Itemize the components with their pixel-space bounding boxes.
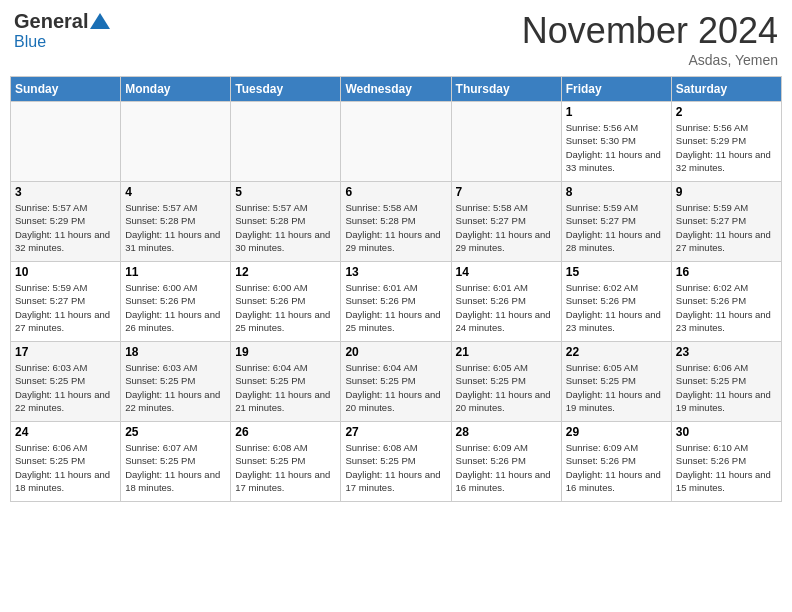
day-info: Sunrise: 6:08 AM Sunset: 5:25 PM Dayligh… <box>235 441 336 494</box>
day-number: 20 <box>345 345 446 359</box>
calendar-day-cell: 2Sunrise: 5:56 AM Sunset: 5:29 PM Daylig… <box>671 102 781 182</box>
calendar-day-cell: 29Sunrise: 6:09 AM Sunset: 5:26 PM Dayli… <box>561 422 671 502</box>
calendar-table: SundayMondayTuesdayWednesdayThursdayFrid… <box>10 76 782 502</box>
calendar-day-cell: 18Sunrise: 6:03 AM Sunset: 5:25 PM Dayli… <box>121 342 231 422</box>
calendar-day-cell: 16Sunrise: 6:02 AM Sunset: 5:26 PM Dayli… <box>671 262 781 342</box>
calendar-day-cell: 14Sunrise: 6:01 AM Sunset: 5:26 PM Dayli… <box>451 262 561 342</box>
day-number: 19 <box>235 345 336 359</box>
calendar-day-cell: 7Sunrise: 5:58 AM Sunset: 5:27 PM Daylig… <box>451 182 561 262</box>
day-info: Sunrise: 6:09 AM Sunset: 5:26 PM Dayligh… <box>566 441 667 494</box>
calendar-week-row: 1Sunrise: 5:56 AM Sunset: 5:30 PM Daylig… <box>11 102 782 182</box>
day-number: 12 <box>235 265 336 279</box>
day-info: Sunrise: 5:56 AM Sunset: 5:29 PM Dayligh… <box>676 121 777 174</box>
calendar-day-cell: 9Sunrise: 5:59 AM Sunset: 5:27 PM Daylig… <box>671 182 781 262</box>
calendar-week-row: 24Sunrise: 6:06 AM Sunset: 5:25 PM Dayli… <box>11 422 782 502</box>
location-text: Asdas, Yemen <box>522 52 778 68</box>
day-number: 2 <box>676 105 777 119</box>
calendar-day-cell: 12Sunrise: 6:00 AM Sunset: 5:26 PM Dayli… <box>231 262 341 342</box>
weekday-header: Sunday <box>11 77 121 102</box>
weekday-header: Tuesday <box>231 77 341 102</box>
calendar-day-cell: 27Sunrise: 6:08 AM Sunset: 5:25 PM Dayli… <box>341 422 451 502</box>
logo: General Blue <box>14 10 110 51</box>
day-number: 5 <box>235 185 336 199</box>
day-info: Sunrise: 6:10 AM Sunset: 5:26 PM Dayligh… <box>676 441 777 494</box>
day-info: Sunrise: 6:01 AM Sunset: 5:26 PM Dayligh… <box>456 281 557 334</box>
logo-general-text: General <box>14 10 88 33</box>
day-number: 15 <box>566 265 667 279</box>
day-info: Sunrise: 5:58 AM Sunset: 5:27 PM Dayligh… <box>456 201 557 254</box>
day-number: 28 <box>456 425 557 439</box>
calendar-day-cell <box>451 102 561 182</box>
calendar-week-row: 10Sunrise: 5:59 AM Sunset: 5:27 PM Dayli… <box>11 262 782 342</box>
weekday-header: Friday <box>561 77 671 102</box>
weekday-header: Thursday <box>451 77 561 102</box>
day-number: 27 <box>345 425 446 439</box>
calendar-day-cell: 30Sunrise: 6:10 AM Sunset: 5:26 PM Dayli… <box>671 422 781 502</box>
day-info: Sunrise: 6:09 AM Sunset: 5:26 PM Dayligh… <box>456 441 557 494</box>
calendar-week-row: 17Sunrise: 6:03 AM Sunset: 5:25 PM Dayli… <box>11 342 782 422</box>
day-info: Sunrise: 6:08 AM Sunset: 5:25 PM Dayligh… <box>345 441 446 494</box>
day-number: 22 <box>566 345 667 359</box>
day-number: 10 <box>15 265 116 279</box>
day-info: Sunrise: 6:04 AM Sunset: 5:25 PM Dayligh… <box>235 361 336 414</box>
day-info: Sunrise: 6:04 AM Sunset: 5:25 PM Dayligh… <box>345 361 446 414</box>
day-info: Sunrise: 5:56 AM Sunset: 5:30 PM Dayligh… <box>566 121 667 174</box>
title-area: November 2024 Asdas, Yemen <box>522 10 778 68</box>
day-number: 3 <box>15 185 116 199</box>
day-number: 6 <box>345 185 446 199</box>
page-header: General Blue November 2024 Asdas, Yemen <box>10 10 782 68</box>
calendar-day-cell: 22Sunrise: 6:05 AM Sunset: 5:25 PM Dayli… <box>561 342 671 422</box>
calendar-day-cell: 13Sunrise: 6:01 AM Sunset: 5:26 PM Dayli… <box>341 262 451 342</box>
calendar-day-cell: 24Sunrise: 6:06 AM Sunset: 5:25 PM Dayli… <box>11 422 121 502</box>
month-title: November 2024 <box>522 10 778 52</box>
day-info: Sunrise: 5:58 AM Sunset: 5:28 PM Dayligh… <box>345 201 446 254</box>
day-number: 8 <box>566 185 667 199</box>
day-info: Sunrise: 5:57 AM Sunset: 5:29 PM Dayligh… <box>15 201 116 254</box>
calendar-day-cell <box>231 102 341 182</box>
day-info: Sunrise: 6:05 AM Sunset: 5:25 PM Dayligh… <box>456 361 557 414</box>
day-info: Sunrise: 5:57 AM Sunset: 5:28 PM Dayligh… <box>235 201 336 254</box>
calendar-day-cell: 20Sunrise: 6:04 AM Sunset: 5:25 PM Dayli… <box>341 342 451 422</box>
day-number: 25 <box>125 425 226 439</box>
weekday-header: Saturday <box>671 77 781 102</box>
calendar-week-row: 3Sunrise: 5:57 AM Sunset: 5:29 PM Daylig… <box>11 182 782 262</box>
day-number: 23 <box>676 345 777 359</box>
calendar-day-cell: 8Sunrise: 5:59 AM Sunset: 5:27 PM Daylig… <box>561 182 671 262</box>
day-number: 18 <box>125 345 226 359</box>
logo-blue-text: Blue <box>14 33 46 51</box>
day-info: Sunrise: 5:57 AM Sunset: 5:28 PM Dayligh… <box>125 201 226 254</box>
calendar-day-cell: 15Sunrise: 6:02 AM Sunset: 5:26 PM Dayli… <box>561 262 671 342</box>
weekday-header: Monday <box>121 77 231 102</box>
day-info: Sunrise: 6:06 AM Sunset: 5:25 PM Dayligh… <box>15 441 116 494</box>
calendar-day-cell: 6Sunrise: 5:58 AM Sunset: 5:28 PM Daylig… <box>341 182 451 262</box>
day-number: 14 <box>456 265 557 279</box>
calendar-day-cell: 5Sunrise: 5:57 AM Sunset: 5:28 PM Daylig… <box>231 182 341 262</box>
day-number: 9 <box>676 185 777 199</box>
day-info: Sunrise: 6:00 AM Sunset: 5:26 PM Dayligh… <box>125 281 226 334</box>
logo-triangle-icon <box>90 13 110 29</box>
day-number: 24 <box>15 425 116 439</box>
calendar-day-cell: 21Sunrise: 6:05 AM Sunset: 5:25 PM Dayli… <box>451 342 561 422</box>
calendar-day-cell: 10Sunrise: 5:59 AM Sunset: 5:27 PM Dayli… <box>11 262 121 342</box>
weekday-header: Wednesday <box>341 77 451 102</box>
calendar-day-cell: 26Sunrise: 6:08 AM Sunset: 5:25 PM Dayli… <box>231 422 341 502</box>
calendar-day-cell: 1Sunrise: 5:56 AM Sunset: 5:30 PM Daylig… <box>561 102 671 182</box>
day-number: 11 <box>125 265 226 279</box>
day-number: 16 <box>676 265 777 279</box>
day-info: Sunrise: 6:00 AM Sunset: 5:26 PM Dayligh… <box>235 281 336 334</box>
day-info: Sunrise: 6:02 AM Sunset: 5:26 PM Dayligh… <box>566 281 667 334</box>
day-info: Sunrise: 5:59 AM Sunset: 5:27 PM Dayligh… <box>566 201 667 254</box>
day-info: Sunrise: 5:59 AM Sunset: 5:27 PM Dayligh… <box>676 201 777 254</box>
calendar-day-cell: 28Sunrise: 6:09 AM Sunset: 5:26 PM Dayli… <box>451 422 561 502</box>
day-info: Sunrise: 6:03 AM Sunset: 5:25 PM Dayligh… <box>125 361 226 414</box>
day-info: Sunrise: 6:06 AM Sunset: 5:25 PM Dayligh… <box>676 361 777 414</box>
calendar-day-cell <box>121 102 231 182</box>
calendar-day-cell: 25Sunrise: 6:07 AM Sunset: 5:25 PM Dayli… <box>121 422 231 502</box>
day-number: 29 <box>566 425 667 439</box>
day-number: 17 <box>15 345 116 359</box>
day-info: Sunrise: 6:01 AM Sunset: 5:26 PM Dayligh… <box>345 281 446 334</box>
calendar-day-cell: 17Sunrise: 6:03 AM Sunset: 5:25 PM Dayli… <box>11 342 121 422</box>
day-info: Sunrise: 6:02 AM Sunset: 5:26 PM Dayligh… <box>676 281 777 334</box>
day-number: 1 <box>566 105 667 119</box>
calendar-day-cell: 3Sunrise: 5:57 AM Sunset: 5:29 PM Daylig… <box>11 182 121 262</box>
